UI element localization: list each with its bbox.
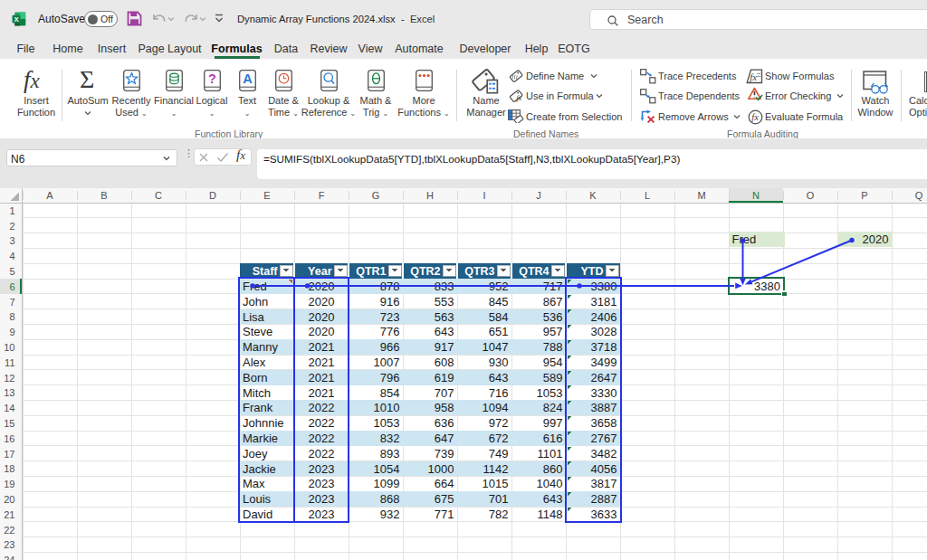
svg-text:Manny: Manny (243, 340, 279, 354)
svg-text:Max: Max (243, 477, 265, 490)
svg-text:Lisa: Lisa (243, 310, 265, 324)
svg-text:2020: 2020 (309, 295, 335, 308)
svg-text:fx: fx (516, 93, 521, 102)
svg-text:636: 636 (435, 416, 454, 430)
svg-text:776: 776 (380, 325, 400, 338)
svg-text:589: 589 (543, 371, 563, 384)
svg-text:616: 616 (543, 432, 563, 445)
svg-text:Steve: Steve (243, 325, 272, 338)
svg-text:?: ? (208, 71, 216, 86)
svg-text:1094: 1094 (483, 401, 509, 414)
svg-text:Year: Year (308, 265, 332, 278)
svg-text:Alex: Alex (243, 356, 266, 369)
svg-text:N: N (752, 190, 760, 201)
svg-text:672: 672 (489, 432, 509, 445)
svg-text:22: 22 (4, 525, 14, 536)
svg-text:932: 932 (380, 508, 400, 521)
svg-text:18: 18 (4, 463, 14, 474)
svg-text:David: David (243, 508, 272, 521)
svg-text:K: K (589, 190, 597, 201)
svg-text:3718: 3718 (591, 340, 617, 354)
svg-text:6: 6 (9, 281, 14, 292)
svg-text:1053: 1053 (537, 386, 563, 400)
svg-text:2020: 2020 (309, 310, 335, 324)
svg-text:796: 796 (380, 371, 400, 384)
svg-text:O: O (807, 190, 815, 201)
svg-text:4: 4 (9, 251, 14, 261)
svg-text:John: John (243, 295, 268, 308)
svg-text:701: 701 (489, 492, 509, 506)
svg-text:3330: 3330 (591, 386, 617, 400)
svg-text:1040: 1040 (537, 477, 563, 490)
svg-text:957: 957 (543, 325, 563, 338)
svg-text:2022: 2022 (309, 447, 335, 460)
svg-text:584: 584 (489, 310, 509, 324)
svg-text:1101: 1101 (538, 447, 563, 460)
svg-text:13: 13 (4, 387, 14, 398)
svg-text:643: 643 (543, 492, 563, 506)
svg-text:3: 3 (9, 235, 14, 246)
svg-text:3181: 3181 (591, 295, 617, 308)
svg-text:2021: 2021 (309, 356, 335, 369)
svg-text:675: 675 (435, 492, 454, 506)
svg-text:749: 749 (489, 447, 509, 460)
svg-text:B: B (100, 190, 107, 201)
svg-text:771: 771 (435, 508, 454, 521)
svg-text:893: 893 (380, 447, 400, 460)
svg-text:15: 15 (4, 418, 14, 429)
svg-text:I: I (483, 190, 485, 201)
svg-text:E: E (263, 190, 270, 201)
svg-text:972: 972 (489, 416, 509, 430)
svg-text:23: 23 (4, 539, 14, 550)
svg-text:2406: 2406 (591, 310, 617, 324)
svg-text:2023: 2023 (309, 462, 335, 476)
svg-text:A: A (243, 71, 253, 86)
svg-text:1054: 1054 (374, 462, 400, 476)
svg-text:9: 9 (9, 327, 14, 337)
svg-text:17: 17 (4, 449, 14, 460)
svg-text:M: M (697, 190, 705, 201)
svg-text:930: 930 (489, 356, 509, 369)
svg-text:643: 643 (489, 371, 509, 384)
svg-text:3380: 3380 (754, 280, 780, 293)
svg-text:10: 10 (4, 342, 14, 353)
svg-text:563: 563 (435, 310, 454, 324)
svg-text:F: F (319, 190, 325, 201)
svg-text:647: 647 (435, 432, 454, 445)
svg-text:2022: 2022 (309, 401, 335, 414)
svg-text:A: A (46, 190, 53, 201)
svg-text:1000: 1000 (428, 462, 454, 476)
svg-text:1053: 1053 (374, 416, 400, 430)
svg-text:Q: Q (915, 190, 923, 201)
svg-text:867: 867 (543, 295, 563, 308)
svg-text:D: D (209, 190, 216, 201)
svg-text:651: 651 (489, 325, 509, 338)
svg-text:X: X (14, 15, 19, 24)
svg-text:824: 824 (543, 401, 563, 414)
svg-text:Frank: Frank (243, 401, 273, 414)
svg-text:3633: 3633 (591, 508, 617, 521)
svg-text:954: 954 (543, 356, 563, 369)
svg-text:788: 788 (543, 340, 563, 354)
svg-text:Johnnie: Johnnie (243, 416, 284, 430)
svg-text:1: 1 (9, 205, 14, 216)
svg-text:4056: 4056 (591, 462, 617, 476)
svg-text:1047: 1047 (483, 340, 509, 354)
svg-text:QTR4: QTR4 (519, 265, 549, 278)
svg-text:11: 11 (5, 357, 14, 368)
svg-text:Louis: Louis (243, 492, 272, 506)
svg-text:966: 966 (380, 340, 400, 354)
svg-text:2021: 2021 (309, 386, 335, 400)
svg-text:QTR1: QTR1 (356, 265, 386, 278)
svg-text:854: 854 (380, 386, 400, 400)
svg-text:2020: 2020 (309, 325, 335, 338)
svg-text:19: 19 (4, 479, 14, 489)
svg-text:860: 860 (543, 462, 563, 476)
svg-text:fx: fx (751, 112, 759, 122)
svg-text:QTR3: QTR3 (464, 265, 494, 278)
svg-text:1142: 1142 (483, 462, 509, 476)
svg-text:916: 916 (380, 295, 400, 308)
svg-text:3482: 3482 (591, 447, 617, 460)
svg-text:Markie: Markie (243, 432, 278, 445)
svg-text:L: L (645, 190, 650, 201)
